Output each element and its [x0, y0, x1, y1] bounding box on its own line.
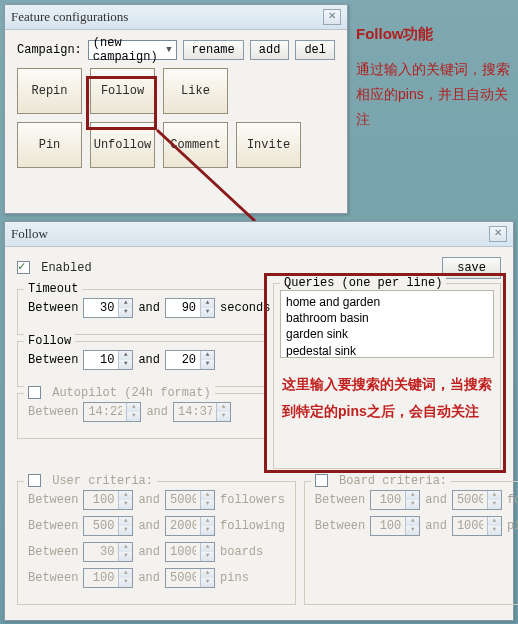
timeout-unit: seconds: [220, 301, 270, 315]
autopilot-and: and: [146, 405, 168, 419]
pin-button[interactable]: Pin: [17, 122, 82, 168]
campaign-value: (new campaign): [93, 36, 166, 64]
timeout-between: Between: [28, 301, 78, 315]
follow-body: Enabled save Timeout Between ▲▼ and ▲▼ s…: [5, 247, 513, 621]
invite-button[interactable]: Invite: [236, 122, 301, 168]
feature-config-titlebar: Feature configurations ✕: [5, 5, 347, 30]
timeout-max-spin[interactable]: ▲▼: [165, 298, 215, 318]
chevron-down-icon: ▼: [166, 45, 171, 55]
save-button[interactable]: save: [442, 257, 501, 279]
queries-annotation: 这里输入要搜索的关键词，当搜索到特定的pins之后，会自动关注: [280, 371, 494, 424]
autopilot-to-spin[interactable]: ▲▼: [173, 402, 231, 422]
queries-group: Queries (one per line) 这里输入要搜索的关键词，当搜索到特…: [273, 283, 501, 469]
autopilot-group: Autopilot (24h format) Between ▲▼ and ▲▼: [17, 393, 265, 439]
annotation-body: 通过输入的关键词，搜索相应的pins，并且自动关注: [356, 57, 511, 133]
enabled-checkbox[interactable]: [17, 261, 30, 274]
close-icon[interactable]: ✕: [323, 9, 341, 25]
follow-and: and: [138, 353, 160, 367]
campaign-row: Campaign: (new campaign) ▼ rename add de…: [17, 40, 335, 60]
autopilot-legend: Autopilot (24h format): [52, 386, 210, 400]
follow-min-spin[interactable]: ▲▼: [83, 350, 133, 370]
follow-between: Between: [28, 353, 78, 367]
user-criteria-legend: User criteria:: [52, 474, 153, 488]
timeout-min-spin[interactable]: ▲▼: [83, 298, 133, 318]
timeout-group: Timeout Between ▲▼ and ▲▼ seconds: [17, 289, 265, 335]
feature-config-dialog: Feature configurations ✕ Campaign: (new …: [4, 4, 348, 214]
campaign-select[interactable]: (new campaign) ▼: [88, 40, 177, 60]
close-icon[interactable]: ✕: [489, 226, 507, 242]
autopilot-between: Between: [28, 405, 78, 419]
feature-button-grid: Repin Follow Like Pin Unfollow Comment I…: [17, 68, 335, 168]
feature-config-body: Campaign: (new campaign) ▼ rename add de…: [5, 30, 347, 178]
campaign-label: Campaign:: [17, 43, 82, 57]
user-criteria-group: User criteria: Between▲▼and▲▼followers B…: [17, 481, 296, 605]
del-button[interactable]: del: [295, 40, 335, 60]
like-button[interactable]: Like: [163, 68, 228, 114]
follow-titlebar: Follow ✕: [5, 222, 513, 247]
timeout-and: and: [138, 301, 160, 315]
enabled-text: Enabled: [41, 261, 91, 275]
annotation-follow: Follow功能 通过输入的关键词，搜索相应的pins，并且自动关注: [356, 20, 511, 133]
autopilot-from-spin[interactable]: ▲▼: [83, 402, 141, 422]
queries-legend: Queries (one per line): [280, 276, 446, 290]
unfollow-button[interactable]: Unfollow: [90, 122, 155, 168]
timeout-legend: Timeout: [24, 282, 82, 296]
followcount-group: Follow Between ▲▼ and ▲▼: [17, 341, 265, 387]
user-criteria-checkbox[interactable]: [28, 474, 41, 487]
annotation-title: Follow功能: [356, 20, 511, 47]
follow-max-spin[interactable]: ▲▼: [165, 350, 215, 370]
enabled-label[interactable]: Enabled: [17, 261, 92, 275]
board-criteria-group: Board criteria: Between▲▼and▲▼followers …: [304, 481, 518, 605]
rename-button[interactable]: rename: [183, 40, 244, 60]
follow-dialog: Follow ✕ Enabled save Timeout Between ▲▼…: [4, 221, 514, 621]
repin-button[interactable]: Repin: [17, 68, 82, 114]
board-criteria-legend: Board criteria:: [339, 474, 447, 488]
add-button[interactable]: add: [250, 40, 290, 60]
follow-button[interactable]: Follow: [90, 68, 155, 114]
autopilot-checkbox[interactable]: [28, 386, 41, 399]
follow-title: Follow: [11, 226, 48, 242]
comment-button[interactable]: Comment: [163, 122, 228, 168]
feature-config-title: Feature configurations: [11, 9, 128, 25]
queries-textarea[interactable]: [280, 290, 494, 358]
followcount-legend: Follow: [24, 334, 75, 348]
board-criteria-checkbox[interactable]: [315, 474, 328, 487]
